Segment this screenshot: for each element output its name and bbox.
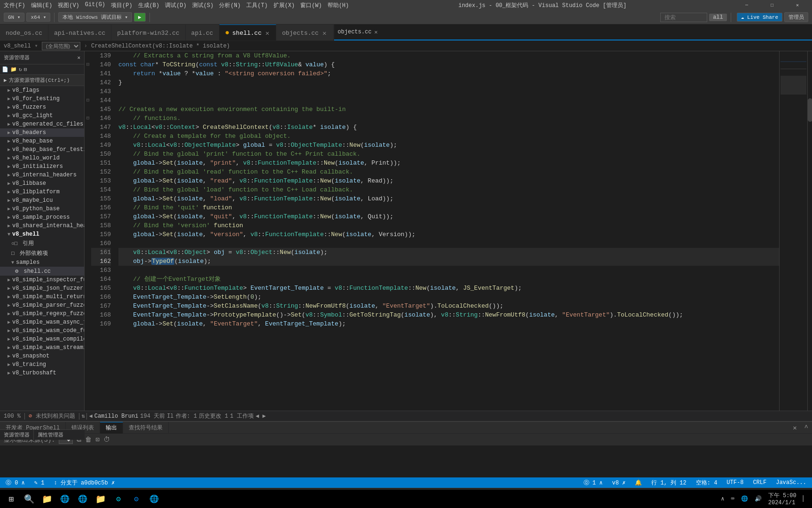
stop-icon[interactable]: ⊡ — [95, 436, 99, 444]
menu-tools[interactable]: 工具(T) — [246, 1, 268, 9]
toolbar-run-button[interactable]: ▶ — [134, 13, 146, 22]
fold-marker[interactable]: ⊟ — [85, 96, 91, 105]
bottom-tab-output[interactable]: 输出 — [100, 422, 123, 434]
sidebar-item-samples[interactable]: ▼samples — [0, 258, 84, 267]
sidebar-item-v8libbase[interactable]: ▶v8_libbase — [0, 179, 84, 188]
menu-project[interactable]: 项目(P) — [111, 1, 133, 9]
sidebar-item-references[interactable]: ○□ 引用 — [0, 238, 84, 248]
minimize-button[interactable]: ─ — [736, 0, 757, 10]
status-git-branch[interactable]: ⓪ 0 ∧ — [4, 479, 27, 487]
tab-node-os[interactable]: node_os.cc — [0, 24, 48, 41]
menu-file[interactable]: 文件(F) — [4, 1, 25, 9]
sidebar-item-v8helloworld[interactable]: ▶v8_hello_world — [0, 154, 84, 162]
systray-volume[interactable]: 🔊 — [753, 494, 764, 503]
status-git-commit[interactable]: ↕ 分支于 a0db0c5b ✗ — [52, 479, 117, 487]
clear-icon[interactable]: 🗑 — [85, 436, 92, 444]
tab-platform-win32[interactable]: platform-win32.cc — [111, 24, 186, 41]
sidebar-item-v8fuzzers[interactable]: ▶v8_fuzzers — [0, 103, 84, 111]
sidebar-item-wasmcompile[interactable]: ▶v8_simple_wasm_compile_... — [0, 335, 84, 343]
menu-help[interactable]: 帮助(H) — [328, 1, 349, 9]
menu-view[interactable]: 视图(V) — [58, 1, 79, 9]
sidebar-item-v8gcclight[interactable]: ▶v8_gcc_light — [0, 111, 84, 120]
zoom-level[interactable]: 100 % — [4, 413, 21, 420]
tab-api[interactable]: api.cc — [186, 24, 219, 41]
sidebar-item-v8pythonbase[interactable]: ▶v8_python_base — [0, 205, 84, 213]
sidebar-item-v8sharedinternalheader[interactable]: ▶v8_shared_internal_heade... — [0, 222, 84, 230]
menu-debug[interactable]: 调试(D) — [165, 1, 187, 9]
toolbar-gn[interactable]: GN ▾ — [4, 13, 24, 22]
maximize-button[interactable]: □ — [761, 0, 783, 10]
new-file-icon[interactable]: 📄 — [2, 66, 8, 72]
sidebar-item-shell-cc[interactable]: ⚙ shell.cc — [0, 267, 84, 276]
sidebar-item-tracing[interactable]: ▶v8_tracing — [0, 360, 84, 369]
taskbar-files[interactable]: 📁 — [39, 492, 55, 507]
sidebar-item-v8maybeicu[interactable]: ▶v8_maybe_icu — [0, 196, 84, 205]
sidebar-section-explorer[interactable]: ▶ 方源资源管理器(Ctrl+;) — [0, 75, 84, 86]
sidebar-item-snapshot[interactable]: ▶v8_snapshot — [0, 352, 84, 360]
menu-git[interactable]: Git(G) — [85, 1, 105, 9]
sidebar-item-v8generated[interactable]: ▶v8_generated_cc_files — [0, 120, 84, 128]
menu-extensions[interactable]: 扩展(X) — [273, 1, 295, 9]
taskbar-search[interactable]: 🔍 — [22, 492, 37, 507]
status-errors[interactable]: ✎ 1 — [32, 479, 47, 486]
sidebar-close[interactable]: ✕ — [77, 55, 80, 61]
status-language[interactable]: JavaSc... — [774, 479, 808, 486]
taskbar-chrome2[interactable]: 🌐 — [147, 492, 162, 507]
systray-keyboard[interactable]: ⌨ — [729, 494, 736, 503]
scrollbar-thumb[interactable] — [808, 98, 812, 122]
sidebar-item-v8heapbase[interactable]: ▶v8_heap_base — [0, 137, 84, 145]
sidebar-item-multifuzzer[interactable]: ▶v8_simple_multi_return-fu... — [0, 293, 84, 301]
panel-expand-button[interactable]: ^ — [801, 424, 812, 431]
tab-close-button[interactable]: ✕ — [265, 29, 270, 37]
menu-edit[interactable]: 编辑(E) — [31, 1, 53, 9]
taskbar-vscode-cpp[interactable]: ⚙ — [111, 492, 126, 507]
tab-close-button[interactable]: ✕ — [321, 29, 327, 37]
vertical-scrollbar[interactable] — [807, 51, 812, 411]
bottom-tab-findsymbol[interactable]: 查找符号结果 — [123, 422, 169, 434]
fold-marker[interactable]: ⊟ — [85, 114, 91, 123]
status-line-ending[interactable]: CRLF — [751, 479, 768, 486]
sidebar-item-v8initializers[interactable]: ▶v8_initializers — [0, 162, 84, 171]
status-notifications[interactable]: ⓪ 1 ∧ — [582, 479, 605, 487]
sidebar-item-jsonfuzzer[interactable]: ▶v8_simple_json_fuzzer — [0, 284, 84, 293]
search-input[interactable] — [660, 13, 707, 22]
systray-network[interactable]: 🌐 — [739, 494, 750, 503]
sidebar-item-v8headers[interactable]: ▶v8_headers — [0, 128, 84, 137]
taskbar-chrome[interactable]: 🌐 — [75, 492, 90, 507]
new-folder-icon[interactable]: 📁 — [10, 66, 17, 72]
sidebar-item-v8shell[interactable]: ▼v8_shell — [0, 230, 84, 238]
liveshare-button[interactable]: ☁ Live Share — [737, 13, 782, 22]
close-right-tab[interactable]: ✕ — [375, 29, 378, 36]
sidebar-item-v8heapbasetest[interactable]: ▶v8_heap_base_for_testing — [0, 145, 84, 154]
admin-button[interactable]: 管理员 — [784, 12, 808, 22]
systray-up-arrow[interactable]: ∧ — [719, 494, 726, 503]
sidebar-item-v8libplatform[interactable]: ▶v8_libplatform — [0, 188, 84, 196]
tab-shell[interactable]: ● shell.cc ✕ — [219, 24, 276, 41]
menu-window[interactable]: 窗口(W) — [300, 1, 322, 9]
sidebar-item-regexpfuzzer[interactable]: ▶v8_simple_regexp_fuzzer — [0, 310, 84, 318]
sidebar-item-wasmasymc[interactable]: ▶v8_simple_wasm_async_fu... — [0, 318, 84, 326]
sidebar-item-v8fortesting[interactable]: ▶v8_for_testing — [0, 95, 84, 103]
fold-marker[interactable]: ⊟ — [85, 60, 91, 69]
menu-test[interactable]: 测试(S) — [192, 1, 214, 9]
status-encoding[interactable]: UTF-8 — [725, 479, 745, 486]
status-bell[interactable]: 🔔 — [633, 479, 644, 486]
objects-tab-label[interactable]: objects.cc — [338, 29, 372, 35]
refresh-icon[interactable]: ↻ — [19, 66, 22, 72]
taskbar-vscode[interactable]: ⚙ — [129, 492, 144, 507]
sort-icon[interactable]: ⇅ — [81, 413, 85, 420]
collapse-icon[interactable]: ⊟ — [24, 66, 27, 72]
sidebar-item-parserfuzzer[interactable]: ▶v8_simple_parser_fuzzer — [0, 301, 84, 310]
panel-close-button[interactable]: ✕ — [789, 424, 800, 432]
sidebar-item-wasmstream[interactable]: ▶v8_simple_wasm_streami... — [0, 343, 84, 352]
systray-time[interactable]: 下午 5:002024/1/1 — [766, 491, 798, 507]
sidebar-item-external-deps[interactable]: □ 外部依赖项 — [0, 248, 84, 258]
breadcrumb-file[interactable]: v8_shell — [4, 43, 31, 49]
sidebar-item-v8internalheaders[interactable]: ▶v8_internal_headers — [0, 171, 84, 179]
clock-icon[interactable]: ⏱ — [103, 436, 110, 444]
taskbar-explorer[interactable]: 📁 — [93, 492, 108, 507]
menu-analyze[interactable]: 分析(N) — [219, 1, 241, 9]
taskbar-start-button[interactable]: ⊞ — [4, 492, 19, 507]
toolbar-target-dropdown[interactable]: 本地 Windows 调试目标 ▾ — [58, 12, 132, 22]
sidebar-item-turboshaft[interactable]: ▶v8_turboshaft — [0, 369, 84, 377]
